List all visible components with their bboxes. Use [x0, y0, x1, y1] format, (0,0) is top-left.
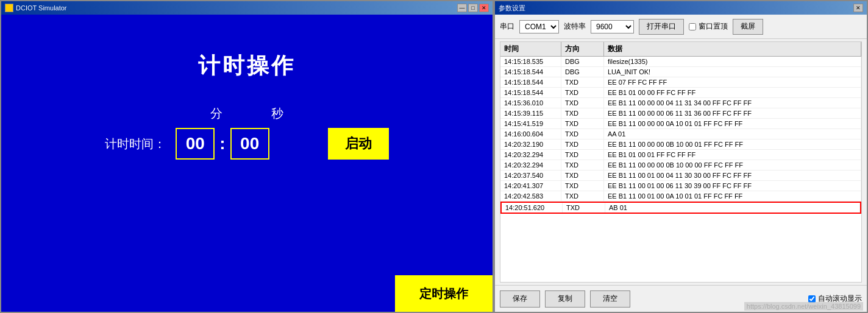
log-cell-dir: TXD [561, 191, 604, 201]
port-select[interactable]: COM1COM2COM3COM4 [519, 20, 559, 33]
log-cell-time: 14:20:37.540 [500, 171, 561, 180]
log-row: 14:20:32.294TXDEE B1 11 00 00 00 0B 10 0… [500, 160, 861, 171]
simulator-window: DCIOT Simulator — □ ✕ 计时操作 分 秒 计时时间： 00 … [0, 0, 494, 313]
log-cell-time: 14:15:39.115 [500, 108, 561, 118]
sim-titlebar: DCIOT Simulator — □ ✕ [1, 1, 493, 15]
log-cell-time: 14:15:18.535 [500, 57, 561, 66]
log-cell-data: EE B1 01 00 00 FF FC FF FF [604, 88, 861, 97]
log-cell-dir: TXD [561, 139, 604, 149]
log-row: 14:20:42.583TXDEE B1 11 00 01 00 0A 10 0… [500, 191, 861, 202]
sim-close-button[interactable]: ✕ [479, 4, 489, 12]
log-cell-dir: TXD [561, 171, 604, 180]
log-cell-data: EE B1 11 00 01 00 04 11 30 30 00 FF FC F… [604, 171, 861, 180]
log-cell-time: 14:20:51.620 [502, 203, 563, 213]
log-cell-data: LUA_INIT OK! [604, 67, 861, 77]
log-cell-data: EE B1 01 00 01 FF FC FF FF [604, 150, 861, 160]
log-header-time: 时间 [500, 42, 561, 56]
log-row: 14:20:51.620TXDAB 01 [500, 202, 861, 214]
log-row: 14:20:32.294TXDEE B1 01 00 01 FF FC FF F… [500, 150, 861, 160]
log-row: 14:15:18.544DBGLUA_INIT OK! [500, 67, 861, 77]
log-cell-data: EE B1 11 00 00 00 06 11 31 36 00 FF FC F… [604, 108, 861, 118]
copy-button[interactable]: 复制 [545, 290, 585, 308]
timer-unit-labels: 分 秒 [210, 105, 283, 122]
log-cell-dir: TXD [561, 129, 604, 139]
open-port-button[interactable]: 打开串口 [639, 19, 684, 35]
log-cell-dir: TXD [561, 119, 604, 128]
log-cell-time: 14:15:36.010 [500, 98, 561, 108]
log-cell-dir: TXD [563, 203, 605, 213]
params-window: 参数设置 ✕ 串口 COM1COM2COM3COM4 波特率 960019200… [494, 0, 868, 313]
log-cell-data: EE B1 11 00 00 00 0A 10 01 01 FF FC FF F… [604, 119, 861, 128]
log-row: 14:15:18.535DBGfilesize(1335) [500, 57, 861, 67]
log-row: 14:20:41.307TXDEE B1 11 00 01 00 06 11 3… [500, 181, 861, 191]
log-row: 14:20:37.540TXDEE B1 11 00 01 00 04 11 3… [500, 171, 861, 181]
sim-app-icon [5, 4, 13, 12]
start-button[interactable]: 启动 [328, 128, 389, 160]
log-area: 时间 方向 数据 14:15:18.535DBGfilesize(1335)14… [500, 41, 862, 283]
baud-select[interactable]: 96001920038400115200 [591, 20, 634, 33]
log-cell-data: EE B1 11 00 01 00 0A 10 01 01 FF FC FF F… [604, 191, 861, 201]
log-cell-data: EE B1 11 00 00 00 04 11 31 34 00 FF FC F… [604, 98, 861, 108]
log-header: 时间 方向 数据 [500, 42, 861, 57]
log-row: 14:15:39.115TXDEE B1 11 00 00 00 06 11 3… [500, 108, 861, 119]
timer-display: 00 : 00 [176, 128, 269, 160]
log-cell-dir: TXD [561, 150, 604, 160]
seconds-display: 00 [230, 128, 269, 160]
minutes-display: 00 [176, 128, 215, 160]
log-cell-dir: TXD [561, 160, 604, 170]
auto-scroll-checkbox[interactable] [808, 295, 816, 303]
timer-colon: : [219, 134, 225, 153]
log-cell-data: filesize(1335) [604, 57, 861, 66]
clear-button[interactable]: 清空 [590, 290, 630, 308]
log-cell-dir: TXD [561, 108, 604, 118]
log-cell-dir: TXD [561, 98, 604, 108]
params-toolbar: 串口 COM1COM2COM3COM4 波特率 9600192003840011… [495, 15, 867, 39]
log-cell-dir: DBG [561, 57, 604, 66]
log-cell-dir: TXD [561, 181, 604, 191]
port-label: 串口 [500, 21, 514, 32]
params-titlebar: 参数设置 ✕ [495, 1, 867, 15]
log-row: 14:15:18.544TXDEE B1 01 00 00 FF FC FF F… [500, 88, 861, 98]
log-cell-time: 14:20:41.307 [500, 181, 561, 191]
sim-title: DCIOT Simulator [16, 4, 455, 12]
window-top-checkbox[interactable] [689, 23, 696, 30]
log-cell-data: AB 01 [605, 203, 860, 213]
timer-row: 计时时间： 00 : 00 启动 [105, 128, 388, 160]
log-cell-time: 14:15:18.544 [500, 77, 561, 87]
params-title: 参数设置 [499, 4, 853, 13]
log-cell-time: 14:20:32.294 [500, 160, 561, 170]
time-label: 计时时间： [105, 136, 166, 152]
log-row: 14:16:00.604TXDAA 01 [500, 129, 861, 139]
timer-operation-tab[interactable]: 定时操作 [395, 275, 493, 312]
log-cell-dir: TXD [561, 77, 604, 87]
log-cell-data: EE B1 11 00 00 00 0B 10 00 01 FF FC FF F… [604, 139, 861, 149]
window-top-label: 窗口置顶 [699, 21, 728, 32]
log-cell-data: EE B1 11 00 00 00 0B 10 00 00 FF FC FF F… [604, 160, 861, 170]
log-row: 14:15:41.519TXDEE B1 11 00 00 00 0A 10 0… [500, 119, 861, 129]
log-cell-data: EE 07 FF FC FF FF [604, 77, 861, 87]
log-cell-time: 14:20:32.190 [500, 139, 561, 149]
log-cell-data: AA 01 [604, 129, 861, 139]
log-cell-dir: TXD [561, 88, 604, 97]
sim-maximize-button[interactable]: □ [468, 4, 478, 12]
log-body: 14:15:18.535DBGfilesize(1335)14:15:18.54… [500, 57, 861, 282]
log-cell-time: 14:15:18.544 [500, 88, 561, 97]
save-button[interactable]: 保存 [500, 290, 540, 308]
log-cell-time: 14:15:41.519 [500, 119, 561, 128]
log-cell-time: 14:15:18.544 [500, 67, 561, 77]
log-header-dir: 方向 [561, 42, 604, 56]
log-row: 14:20:32.190TXDEE B1 11 00 00 00 0B 10 0… [500, 139, 861, 150]
sim-titlebar-buttons: — □ ✕ [457, 4, 489, 12]
log-cell-time: 14:20:32.294 [500, 150, 561, 160]
watermark: https://blog.csdn.net/weixin_43815099 [744, 302, 863, 311]
sim-minimize-button[interactable]: — [457, 4, 467, 12]
log-row: 14:15:36.010TXDEE B1 11 00 00 00 04 11 3… [500, 98, 861, 108]
minutes-label: 分 [210, 105, 222, 122]
log-row: 14:15:18.544TXDEE 07 FF FC FF FF [500, 77, 861, 88]
screenshot-button[interactable]: 截屏 [733, 19, 763, 35]
log-header-data: 数据 [604, 42, 861, 56]
timer-title: 计时操作 [198, 51, 296, 81]
window-top-group: 窗口置顶 [689, 21, 728, 32]
sim-content: 计时操作 分 秒 计时时间： 00 : 00 启动 定时操作 [1, 15, 493, 312]
params-close-button[interactable]: ✕ [853, 4, 863, 12]
